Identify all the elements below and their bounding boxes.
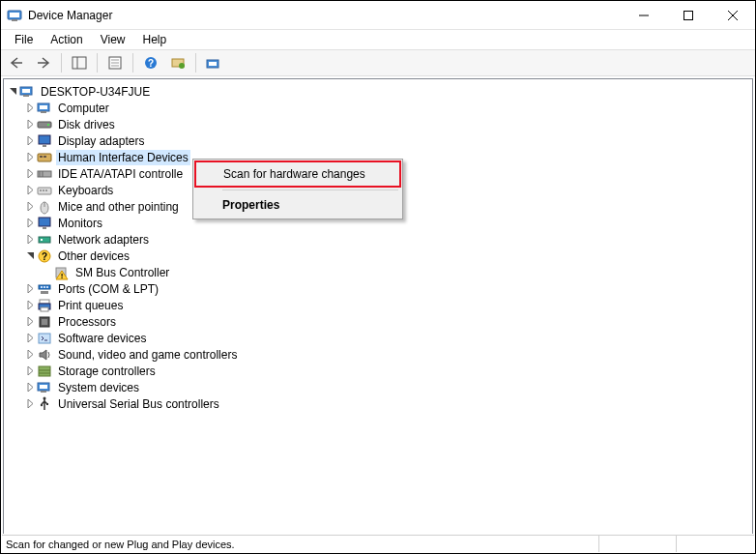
menu-view[interactable]: View [93, 31, 133, 48]
svg-rect-60 [39, 366, 50, 376]
scan-hardware-button[interactable] [166, 52, 189, 73]
tree-node-label: Monitors [56, 216, 104, 231]
tree-node[interactable]: Network adapters [6, 231, 750, 248]
maximize-button[interactable] [666, 1, 711, 29]
tree-node[interactable]: Processors [6, 313, 750, 330]
svg-rect-67 [46, 403, 48, 405]
ctx-scan-hardware[interactable]: Scan for hardware changes [194, 160, 401, 188]
help-button[interactable]: ? [139, 52, 162, 73]
expand-arrow-icon[interactable] [23, 348, 37, 362]
tree-node-label: Print queues [56, 298, 125, 313]
expand-arrow-icon[interactable] [23, 151, 37, 164]
add-legacy-button[interactable] [202, 52, 225, 73]
expand-arrow-icon[interactable] [23, 167, 37, 181]
tree-node-label: System devices [56, 380, 141, 395]
svg-rect-53 [41, 291, 48, 294]
tree-node[interactable]: System devices [6, 379, 750, 395]
tree-node[interactable]: Sound, video and game controllers [6, 346, 750, 363]
collapse-arrow-icon[interactable] [6, 85, 19, 99]
svg-rect-64 [40, 385, 47, 389]
device-tree-pane[interactable]: DESKTOP-U34FJUEComputerDisk drivesDispla… [3, 78, 753, 534]
menu-help[interactable]: Help [135, 31, 175, 48]
toolbar-separator [195, 53, 196, 73]
expand-arrow-icon[interactable] [23, 184, 37, 197]
warning-icon: ! [54, 265, 70, 280]
expand-arrow-icon[interactable] [23, 233, 37, 247]
expand-arrow-icon[interactable] [23, 134, 37, 148]
tree-node[interactable]: Universal Serial Bus controllers [6, 395, 750, 412]
ide-icon [37, 166, 52, 182]
tree-node-label: Processors [56, 314, 118, 330]
svg-point-51 [44, 286, 45, 288]
display-icon [37, 133, 52, 149]
close-button[interactable] [711, 1, 755, 29]
tree-node[interactable]: Computer [6, 100, 750, 116]
statusbar: Scan for changed or new Plug and Play de… [2, 535, 754, 552]
svg-rect-56 [41, 307, 48, 311]
usb-icon [37, 396, 52, 412]
tree-node[interactable]: Display adapters [6, 132, 750, 149]
svg-rect-4 [684, 11, 693, 19]
tree-node[interactable]: Storage controllers [6, 363, 750, 379]
cpu-icon [37, 314, 52, 330]
expand-arrow-icon[interactable] [23, 102, 37, 115]
system-icon [37, 380, 52, 395]
ports-icon [37, 281, 52, 297]
menu-file[interactable]: File [7, 31, 41, 48]
root-icon [19, 84, 35, 100]
printer-icon [37, 298, 52, 313]
tree-node[interactable]: Ports (COM & LPT) [6, 280, 750, 297]
tree-node[interactable]: Print queues [6, 297, 750, 313]
other-icon: ? [37, 248, 52, 264]
show-hide-tree-button[interactable] [68, 52, 91, 73]
svg-rect-58 [42, 319, 47, 325]
tree-node[interactable]: Software devices [6, 330, 750, 346]
tree-node-label: Disk drives [56, 117, 117, 132]
expand-arrow-icon[interactable] [23, 118, 37, 131]
expand-arrow-icon[interactable] [23, 381, 37, 394]
svg-rect-44 [41, 239, 43, 241]
tree-node[interactable]: DESKTOP-U34FJUE [6, 83, 750, 100]
expand-arrow-icon[interactable] [23, 200, 37, 214]
expand-arrow-icon[interactable] [23, 299, 37, 312]
expand-arrow-icon[interactable] [23, 217, 37, 230]
properties-button[interactable] [103, 52, 127, 73]
toolbar-separator [132, 53, 133, 73]
tree-node-label: Network adapters [56, 232, 151, 248]
svg-rect-41 [39, 218, 50, 226]
toolbar: ? [1, 49, 755, 76]
computer-icon [37, 101, 52, 116]
app-icon [7, 8, 22, 23]
ctx-separator [222, 190, 398, 190]
tree-node-label: Universal Serial Bus controllers [56, 396, 221, 412]
menu-action[interactable]: Action [43, 31, 90, 48]
statusbar-cell [599, 536, 677, 552]
svg-rect-42 [43, 227, 46, 229]
expand-arrow-icon[interactable] [23, 332, 37, 345]
svg-rect-20 [22, 89, 30, 93]
expand-arrow-icon[interactable] [23, 364, 37, 378]
svg-rect-38 [45, 190, 47, 191]
tree-node-label: Other devices [56, 248, 131, 264]
svg-point-16 [179, 63, 185, 69]
window-controls [622, 1, 755, 29]
window-title: Device Manager [28, 9, 112, 22]
mouse-icon [37, 199, 52, 215]
expand-arrow-icon[interactable] [23, 315, 37, 329]
forward-button[interactable] [32, 52, 55, 73]
back-button[interactable] [5, 52, 28, 73]
collapse-arrow-icon[interactable] [23, 249, 37, 263]
tree-node-label: Keyboards [56, 183, 115, 198]
tree-node[interactable]: ?Other devices [6, 248, 750, 264]
ctx-properties[interactable]: Properties [195, 193, 400, 217]
expand-arrow-icon[interactable] [23, 282, 37, 296]
hid-icon [37, 150, 52, 165]
tree-node[interactable]: Disk drives [6, 116, 750, 132]
minimize-button[interactable] [622, 1, 666, 29]
expand-arrow-icon[interactable] [23, 397, 37, 411]
network-icon [37, 232, 52, 248]
tree-node-label: Software devices [56, 331, 148, 346]
tree-node[interactable]: !SM Bus Controller [6, 264, 750, 280]
svg-rect-28 [43, 145, 46, 147]
tree-node-label: IDE ATA/ATAPI controlle [56, 166, 185, 182]
